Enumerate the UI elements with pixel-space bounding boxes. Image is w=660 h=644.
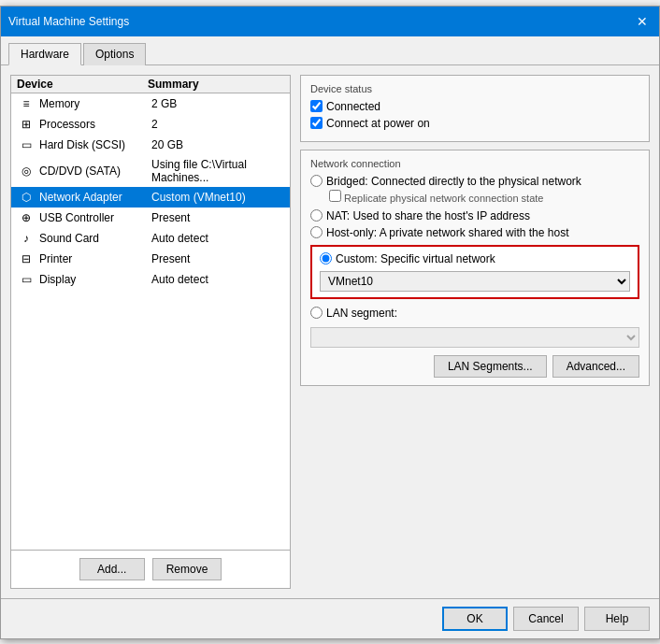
- radio-bridged-row: Bridged: Connected directly to the physi…: [310, 175, 639, 188]
- custom-network-box: Custom: Specific virtual network VMnet0 …: [310, 245, 639, 299]
- radio-lan-label: LAN segment:: [326, 307, 397, 320]
- left-panel-buttons: Add... Remove: [11, 550, 290, 588]
- lan-segments-button[interactable]: LAN Segments...: [434, 355, 547, 378]
- radio-nat-label: NAT: Used to share the host's IP address: [326, 209, 530, 222]
- radio-bridged-label: Bridged: Connected directly to the physi…: [326, 175, 581, 188]
- device-summary-printer: Present: [151, 252, 284, 265]
- device-summary-network: Custom (VMnet10): [151, 191, 284, 204]
- radio-hostonly-label: Host-only: A private network shared with…: [326, 226, 568, 239]
- printer-icon: ⊟: [17, 251, 36, 266]
- radio-hostonly-row: Host-only: A private network shared with…: [310, 226, 639, 239]
- connected-label: Connected: [326, 100, 380, 113]
- connect-power-checkbox[interactable]: [310, 117, 323, 129]
- device-row-display[interactable]: ▭ Display Auto detect: [11, 269, 290, 290]
- device-summary-processors: 2: [151, 118, 284, 131]
- device-name-usb: USB Controller: [39, 211, 151, 224]
- replicate-checkbox[interactable]: [329, 190, 341, 202]
- device-summary-memory: 2 GB: [151, 97, 284, 110]
- radio-custom[interactable]: [320, 252, 332, 265]
- device-list-panel: Device Summary ≡ Memory 2 GB ⊞ Processor…: [10, 75, 291, 589]
- network-radio-group: Bridged: Connected directly to the physi…: [310, 175, 639, 378]
- window-title: Virtual Machine Settings: [8, 15, 129, 28]
- custom-network-dropdown[interactable]: VMnet0 VMnet1 VMnet2 VMnet8 VMnet10: [320, 271, 630, 292]
- radio-custom-label: Custom: Specific virtual network: [336, 252, 495, 265]
- connect-power-label: Connect at power on: [326, 117, 430, 130]
- device-status-title: Device status: [310, 83, 639, 94]
- network-connection-title: Network connection: [310, 158, 639, 169]
- network-action-buttons: LAN Segments... Advanced...: [310, 355, 639, 378]
- bridged-sub-option: Replicate physical network connection st…: [310, 190, 639, 204]
- device-row-hard-disk[interactable]: ▭ Hard Disk (SCSI) 20 GB: [11, 135, 290, 155]
- bottom-buttons: OK Cancel Help: [1, 598, 659, 638]
- col-summary-header: Summary: [148, 78, 284, 91]
- hard-disk-icon: ▭: [17, 137, 36, 152]
- ok-button[interactable]: OK: [442, 607, 508, 631]
- device-list: ≡ Memory 2 GB ⊞ Processors 2 ▭ Hard Disk…: [11, 93, 290, 550]
- right-panel: Device status Connected Connect at power…: [300, 75, 650, 589]
- device-summary-usb: Present: [151, 211, 284, 224]
- device-name-hard-disk: Hard Disk (SCSI): [39, 138, 151, 151]
- device-name-network: Network Adapter: [39, 191, 151, 204]
- title-bar: Virtual Machine Settings ✕: [1, 7, 659, 36]
- dvd-icon: ◎: [17, 164, 36, 179]
- radio-custom-row: Custom: Specific virtual network: [320, 252, 630, 265]
- tabs-bar: Hardware Options: [1, 36, 659, 65]
- col-device-header: Device: [17, 78, 148, 91]
- radio-nat-row: NAT: Used to share the host's IP address: [310, 209, 639, 222]
- display-icon: ▭: [17, 272, 36, 287]
- title-bar-controls: ✕: [633, 12, 652, 31]
- virtual-machine-settings-window: Virtual Machine Settings ✕ Hardware Opti…: [0, 6, 660, 639]
- memory-icon: ≡: [17, 96, 36, 111]
- device-summary-display: Auto detect: [151, 273, 284, 286]
- device-list-header: Device Summary: [11, 76, 290, 93]
- lan-segment-dropdown[interactable]: [310, 327, 639, 348]
- network-icon: ⬡: [17, 190, 36, 205]
- tab-hardware[interactable]: Hardware: [8, 43, 81, 65]
- radio-nat[interactable]: [310, 209, 323, 222]
- device-status-section: Device status Connected Connect at power…: [300, 75, 650, 142]
- device-name-printer: Printer: [39, 252, 151, 265]
- remove-button[interactable]: Remove: [152, 558, 222, 580]
- cancel-button[interactable]: Cancel: [513, 607, 579, 631]
- device-row-network[interactable]: ⬡ Network Adapter Custom (VMnet10): [11, 187, 290, 208]
- connected-checkbox[interactable]: [310, 100, 323, 112]
- add-button[interactable]: Add...: [79, 558, 145, 580]
- device-summary-sound: Auto detect: [151, 232, 284, 245]
- device-summary-hard-disk: 20 GB: [151, 138, 284, 151]
- radio-lan[interactable]: [310, 307, 323, 319]
- radio-bridged[interactable]: [310, 175, 323, 187]
- device-row-printer[interactable]: ⊟ Printer Present: [11, 249, 290, 269]
- help-button[interactable]: Help: [584, 607, 650, 631]
- device-summary-cdvd: Using file C:\Virtual Machines...: [151, 158, 284, 184]
- tab-options[interactable]: Options: [83, 43, 146, 65]
- replicate-label: Replicate physical network connection st…: [344, 193, 543, 204]
- radio-lan-row: LAN segment:: [310, 307, 639, 320]
- device-name-processors: Processors: [39, 118, 151, 131]
- device-row-sound[interactable]: ♪ Sound Card Auto detect: [11, 228, 290, 249]
- connected-row: Connected: [310, 100, 639, 113]
- device-row-usb[interactable]: ⊕ USB Controller Present: [11, 208, 290, 228]
- advanced-button[interactable]: Advanced...: [552, 355, 639, 378]
- close-button[interactable]: ✕: [633, 12, 652, 31]
- device-name-sound: Sound Card: [39, 232, 151, 245]
- network-connection-section: Network connection Bridged: Connected di…: [300, 150, 650, 386]
- device-name-display: Display: [39, 273, 151, 286]
- radio-hostonly[interactable]: [310, 226, 323, 238]
- device-row-cdvd[interactable]: ◎ CD/DVD (SATA) Using file C:\Virtual Ma…: [11, 155, 290, 187]
- cpu-icon: ⊞: [17, 117, 36, 132]
- main-content: Device Summary ≡ Memory 2 GB ⊞ Processor…: [1, 65, 659, 598]
- usb-icon: ⊕: [17, 210, 36, 225]
- device-name-cdvd: CD/DVD (SATA): [39, 165, 151, 178]
- connect-power-row: Connect at power on: [310, 117, 639, 130]
- sound-icon: ♪: [17, 231, 36, 246]
- device-name-memory: Memory: [39, 97, 151, 110]
- device-row-memory[interactable]: ≡ Memory 2 GB: [11, 93, 290, 114]
- device-row-processors[interactable]: ⊞ Processors 2: [11, 114, 290, 135]
